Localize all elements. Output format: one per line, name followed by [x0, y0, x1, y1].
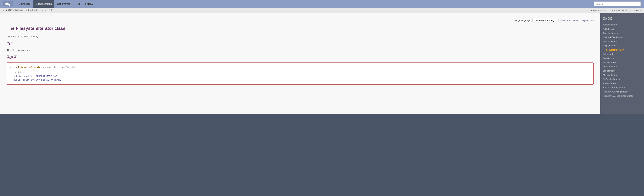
sidebar-title: 迭代器	[600, 17, 644, 23]
sidebar-item-emptyiterator[interactable]: EmptyIterator	[600, 44, 644, 48]
prev-link[interactable]: « EmptyIterator::valid	[589, 9, 608, 12]
next-link[interactable]: FilesystemIterator::__construct »	[612, 9, 641, 12]
main-layout: Change language: Chinese (Simplified) Su…	[0, 13, 644, 114]
breadcrumb-prev-next: « EmptyIterator::valid FilesystemIterato…	[589, 9, 641, 12]
sidebar-item-recursivecallbackfilteriterator[interactable]: RecursiveCallbackFilterIterator	[600, 94, 644, 98]
code-parent-link[interactable]: DirectoryIterator	[54, 66, 76, 68]
breadcrumb-sep-3: ›	[39, 9, 39, 12]
top-navigation: php Downloads Documentation Get Involved…	[0, 0, 644, 8]
sidebar-item-norewinditerator[interactable]: NoRewindIterator	[600, 77, 644, 81]
breadcrumb-sep-1: ›	[13, 9, 14, 12]
breadcrumb-sep-4: ›	[45, 9, 46, 12]
sidebar-item-infiniteiterator[interactable]: InfiniteIterator	[600, 60, 644, 65]
summary-title: 类摘要	[7, 55, 594, 61]
sidebar-item-filesystemiterator[interactable]: FilesystemIterator	[600, 48, 644, 52]
sidebar-item-arrayiterator[interactable]: ArrayIterator	[600, 27, 644, 31]
breadcrumb-php-manual[interactable]: PHP 手册	[3, 9, 12, 12]
lang-select[interactable]: Chinese (Simplified)	[532, 18, 558, 22]
sidebar-item-parentiterator[interactable]: ParentIterator	[600, 81, 644, 86]
sidebar-item-iteratoriterator[interactable]: IteratorIterator	[600, 65, 644, 69]
nav-downloads[interactable]: Downloads	[16, 0, 33, 8]
intro-desc: The Filesystem iterator	[7, 49, 594, 51]
breadcrumb-other-extensions[interactable]: 其它基本扩展	[26, 9, 38, 12]
sidebar-item-appenditerator[interactable]: AppendIterator	[600, 23, 644, 27]
version-info: (PHP 5 >= 5.3.0, PHP 7, PHP 8)	[7, 35, 594, 38]
nav-links: Downloads Documentation Get Involved Hel…	[16, 0, 594, 8]
lang-label: Change language:	[513, 19, 530, 22]
breadcrumb: PHP 手册 › 函数参考 › 其它基本扩展 › SPL › 迭代器 « Emp…	[0, 8, 644, 13]
search-box	[594, 1, 641, 6]
nav-documentation[interactable]: Documentation	[33, 0, 54, 8]
breadcrumb-function-reference[interactable]: 函数参考	[15, 9, 23, 12]
breadcrumb-current: 迭代器	[47, 9, 53, 12]
code-public-2: public const int	[14, 79, 34, 81]
sidebar: 迭代器 AppendIterator ArrayIterator Caching…	[600, 13, 644, 114]
breadcrumb-sep-2: ›	[24, 9, 24, 12]
code-class-kw: class	[10, 66, 17, 68]
code-classname: FilesystemIterator	[18, 66, 42, 68]
php-logo: php	[3, 1, 13, 6]
content-area: Change language: Chinese (Simplified) Su…	[0, 13, 600, 114]
code-semi-2: ;	[62, 79, 64, 81]
code-const1-name[interactable]: CURRENT_MODE_MASK	[36, 75, 58, 77]
code-brace-open: {	[77, 66, 78, 68]
sidebar-item-globiterator[interactable]: GlobIterator	[600, 56, 644, 60]
code-extends-kw: extends	[43, 66, 52, 68]
report-bug-link[interactable]: Report a Bug	[582, 19, 594, 22]
sidebar-item-cachingiterator[interactable]: CachingIterator	[600, 31, 644, 35]
code-block: class FilesystemIterator extends Directo…	[7, 63, 594, 85]
code-semi-1: ;	[60, 75, 61, 77]
nav-help[interactable]: Help	[73, 0, 83, 8]
code-comment: /* 常量 */	[14, 71, 26, 74]
sidebar-item-callbackfilteriterator[interactable]: CallbackFilterIterator	[600, 35, 644, 39]
sidebar-item-filteriterator[interactable]: FilterIterator	[600, 52, 644, 56]
sidebar-item-recursivecachingiterator[interactable]: RecursiveCachingIterator	[600, 90, 644, 94]
sidebar-item-limititerator[interactable]: LimitIterator	[600, 69, 644, 73]
page-title: The FilesystemIterator class	[7, 26, 594, 33]
search-input[interactable]	[594, 1, 641, 6]
sidebar-item-directoryiterator[interactable]: DirectoryIterator	[600, 39, 644, 44]
breadcrumb-spl[interactable]: SPL	[40, 9, 44, 12]
code-const2-name[interactable]: CURRENT_AS_PATHNAME	[36, 79, 61, 81]
submit-pull-link[interactable]: Submit a Pull Request	[560, 19, 580, 22]
intro-title: 简介	[7, 41, 594, 47]
nav-get-involved[interactable]: Get Involved	[54, 0, 73, 8]
sidebar-item-multipleiterator[interactable]: MultipleIterator	[600, 73, 644, 77]
language-bar: Change language: Chinese (Simplified) Su…	[7, 18, 594, 22]
php-version: php8.2	[85, 2, 94, 5]
sidebar-item-recursivearrayiterator[interactable]: RecursiveArrayIterator	[600, 86, 644, 90]
code-public-1: public const int	[14, 75, 34, 77]
